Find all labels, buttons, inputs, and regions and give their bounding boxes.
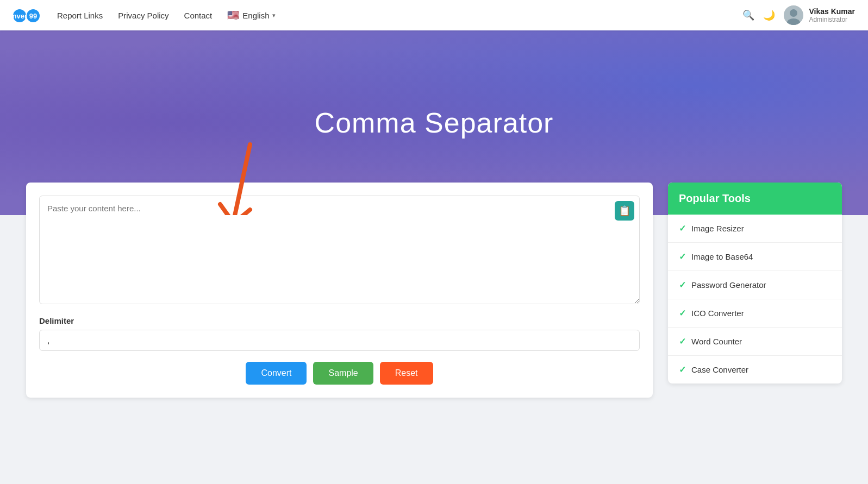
language-label: English (242, 11, 269, 20)
delimiter-label: Delimiter (39, 316, 640, 325)
check-icon: ✓ (679, 223, 686, 234)
flag-icon: 🇺🇸 (227, 9, 239, 21)
tool-label: Image Resizer (691, 224, 744, 233)
paste-button[interactable]: 📋 (615, 201, 634, 221)
sidebar: Popular Tools ✓Image Resizer✓Image to Ba… (668, 183, 842, 384)
language-selector[interactable]: 🇺🇸 English ▾ (227, 9, 276, 21)
search-icon: 🔍 (742, 9, 754, 21)
svg-point-1 (790, 9, 797, 17)
navbar-icons: 🔍 🌙 Vikas Kumar Administrator (742, 5, 855, 25)
popular-tools-card: Popular Tools ✓Image Resizer✓Image to Ba… (668, 183, 842, 384)
sample-button[interactable]: Sample (313, 362, 373, 385)
search-button[interactable]: 🔍 (742, 9, 754, 21)
popular-tool-item[interactable]: ✓Word Counter (668, 328, 842, 356)
main-layout: 📋 Delimiter Convert Sample Reset Popular… (0, 183, 868, 419)
brand-logo[interactable]: Converter99 (13, 8, 40, 23)
action-buttons: Convert Sample Reset (39, 362, 640, 385)
user-role: Administrator (809, 16, 855, 23)
tool-label: Image to Base64 (691, 252, 753, 261)
nav-privacy-policy[interactable]: Privacy Policy (118, 11, 168, 20)
tool-card: 📋 Delimiter Convert Sample Reset (26, 183, 653, 398)
brand-name-text: Converter (13, 9, 26, 22)
svg-line-3 (234, 144, 250, 215)
popular-tools-list: ✓Image Resizer✓Image to Base64✓Password … (668, 215, 842, 384)
tool-label: Word Counter (691, 337, 742, 346)
dark-mode-button[interactable]: 🌙 (763, 9, 775, 21)
delimiter-input[interactable] (39, 330, 640, 351)
check-icon: ✓ (679, 308, 686, 318)
nav-links: Report Links Privacy Policy Contact 🇺🇸 E… (57, 9, 742, 21)
brand-badge: 99 (27, 9, 40, 22)
popular-tool-item[interactable]: ✓Image to Base64 (668, 243, 842, 271)
convert-button[interactable]: Convert (246, 362, 307, 385)
user-info: Vikas Kumar Administrator (809, 7, 855, 23)
avatar (784, 5, 803, 25)
popular-tool-item[interactable]: ✓ICO Converter (668, 299, 842, 328)
user-name: Vikas Kumar (809, 7, 855, 16)
avatar-image (784, 5, 803, 25)
page-title: Comma Separator (315, 106, 554, 139)
tool-label: ICO Converter (691, 309, 744, 318)
textarea-wrapper: 📋 (39, 196, 640, 306)
check-icon: ✓ (679, 252, 686, 262)
popular-tool-item[interactable]: ✓Image Resizer (668, 215, 842, 243)
check-icon: ✓ (679, 280, 686, 290)
clipboard-icon: 📋 (619, 205, 630, 217)
popular-tool-item[interactable]: ✓Password Generator (668, 271, 842, 299)
reset-button[interactable]: Reset (380, 362, 433, 385)
user-profile[interactable]: Vikas Kumar Administrator (784, 5, 855, 25)
tool-label: Case Converter (691, 365, 748, 374)
nav-report-links[interactable]: Report Links (57, 11, 103, 20)
tool-label: Password Generator (691, 280, 766, 290)
popular-tools-header: Popular Tools (668, 183, 842, 215)
check-icon: ✓ (679, 364, 686, 375)
content-textarea[interactable] (39, 196, 640, 304)
check-icon: ✓ (679, 336, 686, 347)
decorative-arrow (217, 139, 266, 215)
chevron-down-icon: ▾ (272, 12, 276, 19)
moon-icon: 🌙 (763, 9, 775, 21)
navbar: Converter99 Report Links Privacy Policy … (0, 0, 868, 30)
nav-contact[interactable]: Contact (184, 11, 213, 20)
popular-tool-item[interactable]: ✓Case Converter (668, 356, 842, 384)
